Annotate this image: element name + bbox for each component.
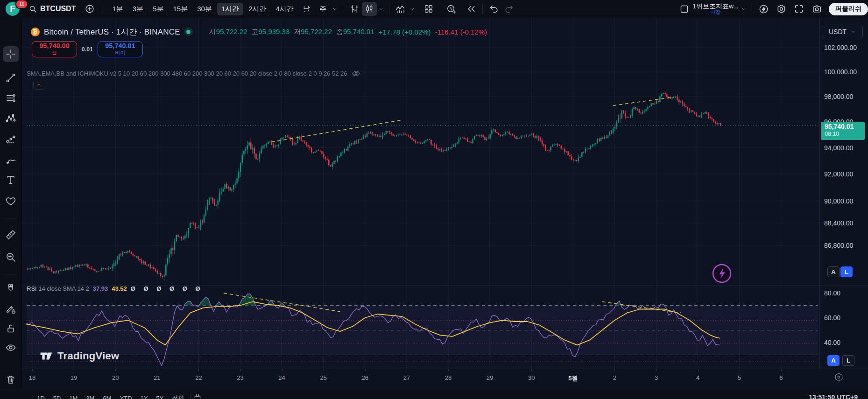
sell-price: 95,740.00 <box>39 42 70 50</box>
drawing-edit-lock-tool[interactable] <box>3 301 19 317</box>
hide-all-drawings-tool[interactable] <box>3 340 19 356</box>
timeframe-2시간[interactable]: 2시간 <box>244 3 270 15</box>
trend-line-icon <box>5 72 16 84</box>
time-axis[interactable]: 181920212223242526272829305월23456 <box>21 369 868 389</box>
publish-button[interactable]: 퍼블리쉬 <box>829 3 868 15</box>
time-tick-label: 22 <box>195 374 202 381</box>
measure-tool[interactable] <box>3 227 19 243</box>
time-tick-mark <box>240 369 241 371</box>
timeframe-1시간[interactable]: 1시간 <box>217 3 243 15</box>
currency-unit-label: USDT <box>829 28 847 35</box>
quick-search-button[interactable] <box>756 2 771 16</box>
indicators-button[interactable] <box>393 2 408 16</box>
range-전체[interactable]: 전체 <box>169 393 187 399</box>
timeframe-4시간[interactable]: 4시간 <box>272 3 298 15</box>
timeframe-15분[interactable]: 15분 <box>169 3 192 15</box>
chevron-down-icon <box>409 6 416 12</box>
settings-button[interactable] <box>774 2 789 16</box>
main-pane-log-badge[interactable]: L <box>840 266 853 277</box>
time-tick-mark <box>448 369 449 371</box>
range-3M[interactable]: 3M <box>83 393 98 399</box>
range-5D[interactable]: 5D <box>50 393 64 399</box>
layout-menu-chevron[interactable] <box>740 2 748 16</box>
eye-off-icon[interactable] <box>352 69 360 78</box>
redo-button[interactable] <box>501 2 516 16</box>
chart-legend[interactable]: ₿ Bitcoin / TetherUS · 1시간 · BINANCE 시95… <box>31 25 487 38</box>
last-price-label: 95,740.01 08:10 <box>821 122 865 140</box>
timeframe-menu-chevron[interactable] <box>331 2 339 16</box>
timeframe-날[interactable]: 날 <box>299 3 314 15</box>
range-5Y[interactable]: 5Y <box>153 393 167 399</box>
trend-line-tool[interactable] <box>3 70 19 86</box>
undo-button[interactable] <box>487 2 501 16</box>
gear-hexagon-icon <box>776 4 787 14</box>
price-tick-label: 102,000.00 <box>824 44 857 51</box>
magnet-tool[interactable] <box>3 280 19 296</box>
crosshair-tool[interactable] <box>3 46 19 62</box>
quick-trade-bubble[interactable] <box>712 263 732 284</box>
timeframe-주[interactable]: 주 <box>315 3 331 15</box>
brush-tool[interactable] <box>3 152 19 168</box>
select-layout-button[interactable] <box>677 2 692 16</box>
range-1D[interactable]: 1D <box>34 393 48 399</box>
text-tool[interactable] <box>3 172 19 188</box>
snapshot-button[interactable] <box>809 2 824 16</box>
range-YTD[interactable]: YTD <box>116 393 135 399</box>
chart-style-candles-button[interactable] <box>362 2 377 16</box>
user-menu-button[interactable]: F 11 <box>0 0 24 18</box>
time-tick-label: 26 <box>362 374 368 381</box>
timeframe-3분[interactable]: 3분 <box>128 3 148 15</box>
indicator-templates-chevron[interactable] <box>408 2 416 16</box>
remove-drawings-tool[interactable] <box>3 371 19 387</box>
pane-settings-hexagon[interactable] <box>833 372 844 383</box>
go-to-date-button[interactable] <box>193 389 202 399</box>
price-axis[interactable]: USDT 102,000.00100,000.0098,000.0096,000… <box>819 18 868 369</box>
time-tick-label: 24 <box>278 374 285 381</box>
rsi-pane-log-badge[interactable]: L <box>842 355 854 366</box>
fib-lines-tool[interactable] <box>3 90 19 106</box>
range-1Y[interactable]: 1Y <box>137 393 151 399</box>
create-alert-button[interactable] <box>444 2 459 16</box>
price-tick-label: 92,000.00 <box>824 170 853 178</box>
sell-button[interactable]: 95,740.00 셀 <box>32 41 77 57</box>
currency-unit-button[interactable]: USDT <box>822 25 863 38</box>
range-6M[interactable]: 6M <box>99 393 114 399</box>
bitcoin-icon: ₿ <box>31 28 40 36</box>
chevron-down-icon <box>378 6 384 12</box>
main-pane-auto-badge[interactable]: A <box>827 266 840 277</box>
chart-style-bars-button[interactable] <box>347 2 362 16</box>
chart-style-menu-chevron[interactable] <box>377 2 385 16</box>
timeframe-1분[interactable]: 1분 <box>108 3 127 15</box>
compare-add-symbol-button[interactable] <box>82 2 97 16</box>
fullscreen-button[interactable] <box>791 2 806 16</box>
change-negative: -116.41 (-0.12%) <box>435 28 487 36</box>
chart-layout-name-button[interactable]: 1위보조지표w... 저장 <box>692 3 739 15</box>
buy-button[interactable]: 95,740.01 바이 <box>98 41 143 57</box>
market-status-icon[interactable] <box>184 28 193 36</box>
time-tick-mark <box>656 369 657 371</box>
toolbar-separator <box>389 3 389 14</box>
close-label: 종 <box>336 28 343 35</box>
time-tick-mark <box>490 369 490 371</box>
multichart-layout-button[interactable] <box>421 2 436 16</box>
forecast-tool[interactable] <box>3 131 19 147</box>
timeframe-30분[interactable]: 30분 <box>193 3 216 15</box>
rsi-pane-auto-badge[interactable]: A <box>827 355 840 366</box>
price-tick-label: 88,400.00 <box>824 219 853 227</box>
change-positive: +17.78 (+0.02%) <box>379 28 431 36</box>
lock-all-drawings-tool[interactable] <box>3 321 19 336</box>
symbol-search-button[interactable]: BTCUSDT <box>29 5 76 13</box>
bar-replay-button[interactable] <box>464 2 479 16</box>
rsi-sma-value: 43.52 <box>112 285 127 292</box>
price-tick-label: 98,000.00 <box>824 93 853 100</box>
legend-collapse-button[interactable] <box>33 80 45 90</box>
zoom-in-tool[interactable] <box>3 249 19 265</box>
timeframe-5분[interactable]: 5분 <box>148 3 168 15</box>
time-tick-label: 2 <box>613 374 616 381</box>
server-clock[interactable]: 13:51:50 UTC+9 <box>809 389 858 399</box>
xabcd-pattern-tool[interactable] <box>3 111 19 126</box>
rsi-legend[interactable]: RSI 14 close SMA 14 2 37.93 43.52 Ø Ø Ø … <box>27 285 204 292</box>
range-1M[interactable]: 1M <box>66 393 81 399</box>
indicator-legend[interactable]: SMA,EMA,BB and ICHIMOKU v2 5 10 20 60 20… <box>27 69 360 78</box>
emoji-sticker-tool[interactable] <box>3 193 19 209</box>
